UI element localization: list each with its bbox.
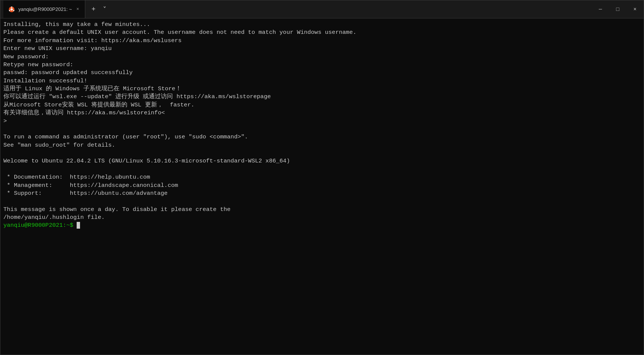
svg-point-3 — [13, 10, 14, 11]
terminal-body[interactable]: Installing, this may take a few minutes.… — [0, 18, 644, 355]
terminal-line: Installation successful! — [3, 77, 641, 85]
new-tab-button[interactable]: + — [88, 4, 98, 15]
terminal-line: To run a command as administrator (user … — [3, 133, 641, 141]
tab-dropdown-button[interactable]: ˅ — [100, 4, 109, 15]
terminal-line: This message is shown once a day. To dis… — [3, 206, 641, 214]
svg-point-1 — [11, 8, 13, 11]
terminal-line: 有关详细信息，请访问 https://aka.ms/wslstoreinfo< — [3, 109, 641, 117]
cursor — [77, 222, 80, 229]
terminal-spacer — [3, 165, 641, 173]
ubuntu-icon — [8, 6, 15, 13]
terminal-prompt-line: yanqiu@R9000P2021:~$ — [3, 221, 641, 229]
terminal-line: 适用于 Linux 的 Windows 子系统现已在 Microsoft Sto… — [3, 85, 641, 93]
terminal-line: New password: — [3, 53, 641, 61]
terminal-line: Retype new password: — [3, 61, 641, 69]
svg-point-4 — [9, 10, 10, 11]
svg-point-2 — [11, 6, 12, 8]
terminal-line: Welcome to Ubuntu 22.04.2 LTS (GNU/Linux… — [3, 157, 641, 165]
terminal-line: * Support: https://ubuntu.com/advantage — [3, 190, 641, 197]
terminal-line: > — [3, 117, 641, 125]
terminal-line: See "man sudo_root" for details. — [3, 141, 641, 149]
terminal-line: Enter new UNIX username: yanqiu — [3, 45, 641, 53]
terminal-line: * Management: https://landscape.canonica… — [3, 182, 641, 190]
terminal-line: Please create a default UNIX user accoun… — [3, 29, 641, 36]
title-bar: yanqiu@R9000P2021: ~ × + ˅ ─ □ × — [0, 0, 644, 18]
terminal-line: Installing, this may take a few minutes.… — [3, 21, 641, 29]
terminal-window: yanqiu@R9000P2021: ~ × + ˅ ─ □ × Install… — [0, 0, 644, 355]
terminal-tab[interactable]: yanqiu@R9000P2021: ~ × — [3, 0, 85, 18]
terminal-line: For more information visit: https://aka.… — [3, 37, 641, 45]
minimize-button[interactable]: ─ — [592, 0, 609, 18]
prompt-text: yanqiu@R9000P2021:~$ — [3, 222, 73, 229]
terminal-line: 从Microsoft Store安装 WSL 将提供最新的 WSL 更新， fa… — [3, 101, 641, 109]
command-text — [73, 222, 77, 229]
terminal-line: /home/yanqiu/.hushlogin file. — [3, 214, 641, 221]
tab-actions: + ˅ — [85, 4, 112, 15]
terminal-line: 你可以通过运行 "wsl.exe --update" 进行升级 或通过访问 ht… — [3, 93, 641, 101]
window-controls: ─ □ × — [592, 0, 644, 18]
terminal-spacer — [3, 125, 641, 133]
terminal-line: * Documentation: https://help.ubuntu.com — [3, 173, 641, 181]
maximize-button[interactable]: □ — [609, 0, 626, 18]
tab-title: yanqiu@R9000P2021: ~ — [18, 6, 72, 12]
tab-close-button[interactable]: × — [75, 6, 80, 13]
terminal-line: passwd: password updated successfully — [3, 69, 641, 77]
close-button[interactable]: × — [626, 0, 644, 18]
terminal-spacer — [3, 149, 641, 157]
terminal-spacer — [3, 197, 641, 205]
